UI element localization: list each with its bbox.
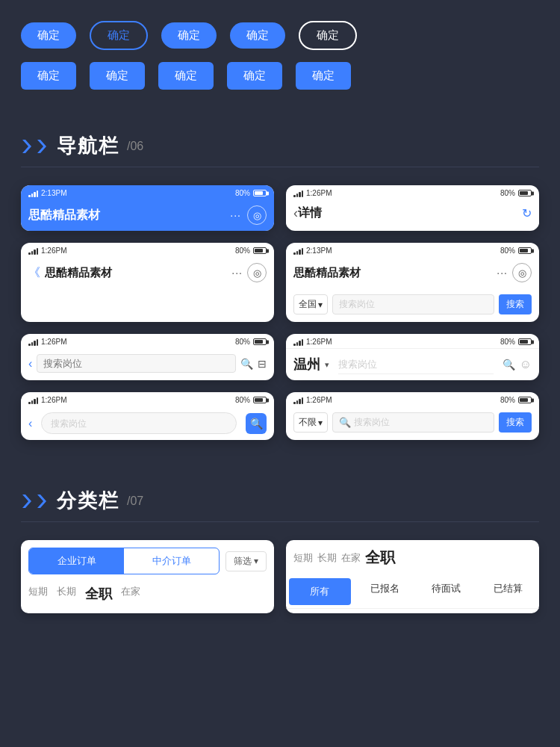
confirm-btn-7[interactable]: 确定 (90, 62, 145, 90)
status-bar-7: 1:26PM 80% (21, 392, 274, 406)
status-bar-8: 1:26PM 80% (286, 392, 539, 406)
time-label: 1:26PM (306, 189, 332, 197)
cat-card-2: 短期 长期 在家 全职 所有 已报名 待面试 已结算 (286, 540, 539, 613)
confirm-btn-6[interactable]: 确定 (21, 62, 76, 90)
confirm-btn-8[interactable]: 确定 (158, 62, 214, 90)
battery-pct: 80% (235, 247, 250, 255)
search-blue-icon: 🔍 (250, 418, 263, 430)
search-icon[interactable]: 🔍 (503, 359, 515, 371)
tag-header-row: 短期 长期 在家 全职 (286, 540, 539, 575)
filter-tab-all[interactable]: 所有 (289, 578, 351, 605)
target-icon[interactable]: ◎ (247, 263, 267, 282)
dots-icon[interactable]: ··· (231, 267, 243, 279)
status-bar-1: 2:13PM 80% (21, 185, 274, 199)
back-blue-icon[interactable]: ‹ (28, 417, 32, 430)
back-blue-icon[interactable]: 《 (28, 265, 40, 281)
search-placeholder: 搜索岗位 (354, 416, 390, 429)
tag2-fulltime-active[interactable]: 全职 (365, 548, 395, 568)
blue-navbar: 思酷精品素材 ··· ◎ (21, 199, 274, 231)
battery-icon (518, 397, 532, 403)
search-blue-button[interactable]: 🔍 (246, 413, 267, 434)
status-bar-2: 1:26PM 80% (286, 185, 539, 199)
wenzhou-search-input[interactable]: 搜索岗位 (338, 355, 494, 374)
tab-filter-row: 企业订单 中介订单 筛选 ▾ (28, 548, 267, 574)
tag-home[interactable]: 在家 (121, 582, 140, 606)
tag2-short[interactable]: 短期 (293, 551, 313, 565)
confirm-btn-9[interactable]: 确定 (227, 62, 282, 90)
dots-icon[interactable]: ··· (497, 267, 508, 279)
search-blue-row: ‹ 搜索岗位 🔍 (21, 406, 274, 440)
battery-icon (518, 338, 532, 345)
region-select[interactable]: 全国 ▾ (293, 294, 328, 314)
battery-icon (518, 190, 532, 196)
battery-icon (253, 247, 267, 254)
search-button[interactable]: 搜索 (499, 412, 532, 433)
back-blue-icon[interactable]: ‹ (28, 357, 32, 371)
city-dropdown-icon[interactable]: ▾ (325, 360, 329, 370)
time-label: 2:13PM (41, 189, 66, 197)
tag2-home[interactable]: 在家 (341, 551, 361, 565)
tab-enterprise[interactable]: 企业订单 (29, 548, 124, 574)
cat-section-title: 分类栏 (57, 488, 119, 514)
nav-section-divider (21, 167, 539, 167)
status-bar-6: 1:26PM 80% (286, 334, 539, 348)
filter-tab-settled[interactable]: 已结算 (477, 575, 539, 608)
cat-section-header: 分类栏 /07 (0, 464, 560, 521)
signal-icon (293, 190, 303, 197)
status-bar-4: 2:13PM 80% (286, 243, 539, 257)
battery-pct: 80% (235, 189, 250, 197)
chevrons-icon (21, 138, 49, 155)
search-placeholder-text: 搜索岗位 (339, 299, 375, 309)
nav-card-search-blue-btn: 1:26PM 80% ‹ 搜索岗位 🔍 (21, 392, 274, 440)
confirm-btn-10[interactable]: 确定 (296, 62, 351, 90)
cat-tags-row: 短期 长期 全职 在家 (21, 574, 274, 613)
filter-tab-applied[interactable]: 已报名 (354, 575, 416, 608)
cat-section-divider (21, 521, 539, 522)
battery-pct: 80% (500, 189, 515, 197)
button-row-1: 确定 确定 确定 确定 确定 (21, 21, 539, 50)
confirm-btn-2[interactable]: 确定 (90, 21, 148, 50)
unlimited-select[interactable]: 不限 ▾ (293, 412, 328, 433)
tag-short[interactable]: 短期 (28, 582, 48, 606)
confirm-btn-3[interactable]: 确定 (161, 22, 217, 49)
signal-icon (28, 247, 38, 255)
filter-button[interactable]: 筛选 ▾ (225, 551, 267, 571)
target-icon[interactable]: ◎ (247, 205, 267, 225)
search-button[interactable]: 搜索 (499, 294, 532, 314)
dots-icon[interactable]: ··· (230, 209, 241, 221)
search-icon: 🔍 (339, 417, 351, 428)
search-rounded-input[interactable]: 搜索岗位 (41, 412, 237, 434)
top-buttons-section: 确定 确定 确定 确定 确定 确定 确定 确定 确定 确定 (0, 0, 560, 109)
battery-icon (253, 190, 267, 196)
nav-card-back-title: 1:26PM 80% 《 思酷精品素材 ··· ◎ (21, 243, 274, 322)
signal-icon (293, 247, 303, 255)
target-icon[interactable]: ◎ (512, 263, 532, 282)
tab-agent[interactable]: 中介订单 (124, 548, 219, 574)
filter-icon[interactable]: ⊟ (258, 358, 267, 370)
svg-marker-3 (37, 495, 46, 508)
confirm-btn-5[interactable]: 确定 (299, 21, 357, 50)
refresh-icon[interactable]: ↻ (522, 206, 532, 220)
unlimited-search-input[interactable]: 🔍 搜索岗位 (332, 412, 494, 433)
nav-card-unlimited: 1:26PM 80% 不限 ▾ 🔍 搜索岗位 搜索 (286, 392, 539, 440)
battery-pct: 80% (235, 396, 250, 404)
svg-marker-1 (37, 140, 46, 153)
search-input[interactable] (37, 354, 236, 373)
smiley-icon[interactable]: ☺ (520, 358, 532, 371)
tag2-long[interactable]: 长期 (317, 551, 337, 565)
blue-navbar-icons: ··· ◎ (230, 205, 267, 225)
app-search-navbar: 思酷精品素材 ··· ◎ (286, 257, 539, 288)
confirm-btn-4[interactable]: 确定 (230, 22, 285, 49)
battery-pct: 80% (235, 338, 250, 346)
time-label: 2:13PM (306, 247, 332, 255)
filter-tab-interview[interactable]: 待面试 (416, 575, 478, 608)
search-icon[interactable]: 🔍 (240, 358, 253, 370)
search-input-placeholder[interactable]: 搜索岗位 (332, 294, 494, 314)
time-label: 1:26PM (306, 338, 332, 346)
confirm-btn-1[interactable]: 确定 (21, 22, 76, 49)
tag-fulltime[interactable]: 全职 (85, 582, 112, 606)
filter-tabs-row: 所有 已报名 待面试 已结算 (286, 575, 539, 609)
tag-long[interactable]: 长期 (57, 582, 76, 606)
nav-card-wenzhou: 1:26PM 80% 温州 ▾ 搜索岗位 🔍 ☺ (286, 334, 539, 380)
filter-label: 筛选 (234, 555, 252, 568)
